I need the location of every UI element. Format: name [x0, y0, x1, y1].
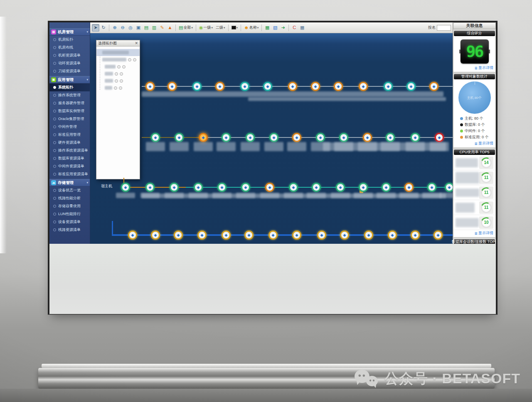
- sidebar-item[interactable]: 操作系统资源清单: [49, 147, 90, 154]
- topology-node[interactable]: [289, 183, 298, 192]
- sidebar-item[interactable]: 线路性能分析: [49, 194, 90, 202]
- sidebar-item[interactable]: 数据库实例管理: [49, 107, 90, 115]
- tree-item[interactable]: [96, 63, 140, 70]
- line-style-button[interactable]: [230, 24, 239, 32]
- fit-view-button[interactable]: ▣: [135, 24, 142, 32]
- topology-node[interactable]: [340, 230, 349, 240]
- topology-node[interactable]: [311, 82, 320, 91]
- topology-node[interactable]: [433, 230, 443, 240]
- topology-node[interactable]: [292, 133, 301, 142]
- refresh-button[interactable]: ↻: [100, 24, 107, 32]
- topology-node[interactable]: [128, 230, 137, 240]
- grid-view-button[interactable]: ▦: [298, 24, 306, 32]
- topology-node[interactable]: [269, 133, 278, 142]
- topology-node[interactable]: [174, 230, 183, 240]
- topology-node[interactable]: [316, 133, 325, 142]
- topology-node[interactable]: [167, 82, 177, 91]
- topology-node[interactable]: [240, 82, 249, 91]
- show-details-link[interactable]: 显示详情: [453, 65, 495, 72]
- sidebar-item[interactable]: 刀箱资源清单: [49, 67, 90, 75]
- zoom-actual-button[interactable]: ◎: [127, 24, 134, 32]
- topology-node[interactable]: [192, 82, 202, 91]
- sidebar-item[interactable]: 标准应用管理: [49, 131, 90, 139]
- topology-node[interactable]: [145, 82, 155, 91]
- topology-node[interactable]: [151, 133, 160, 142]
- topology-node[interactable]: [246, 133, 255, 142]
- topology-node[interactable]: [427, 183, 436, 192]
- sidebar-item[interactable]: 机房拓扑: [49, 36, 90, 44]
- scope-filter-button[interactable]: ▤全部: [177, 24, 194, 32]
- topology-node[interactable]: [151, 230, 160, 240]
- topology-node[interactable]: [217, 183, 227, 192]
- topology-node[interactable]: [170, 183, 179, 192]
- topology-node[interactable]: [359, 183, 368, 192]
- zoom-in-button[interactable]: ⊕: [111, 24, 118, 32]
- topology-node[interactable]: [288, 82, 297, 91]
- legend-toggle-button[interactable]: C: [291, 24, 298, 32]
- topology-node[interactable]: [382, 183, 391, 192]
- topology-node[interactable]: [384, 82, 393, 91]
- sidebar-group-header[interactable]: ▣应用管理: [49, 76, 90, 83]
- zoom-out-button[interactable]: ⊖: [119, 24, 126, 32]
- topology-node[interactable]: [336, 183, 345, 192]
- topology-node[interactable]: [244, 230, 254, 240]
- layers-button[interactable]: ▥: [150, 24, 158, 32]
- topology-node[interactable]: [194, 183, 203, 192]
- topology-node[interactable]: [429, 82, 438, 91]
- sidebar-item[interactable]: 存储容量使用: [49, 202, 90, 210]
- sidebar-group-header[interactable]: ☁存储管理: [49, 179, 90, 186]
- tree-item[interactable]: [96, 56, 140, 63]
- sidebar-item[interactable]: 硬件资源清单: [49, 139, 90, 147]
- sidebar-item[interactable]: 机房布线: [49, 44, 90, 51]
- sidebar-item[interactable]: 中间件管理: [49, 123, 90, 131]
- sidebar-group-header[interactable]: ▦机房管理: [49, 28, 90, 36]
- topology-node[interactable]: [339, 133, 348, 142]
- topology-canvas[interactable]: 宿主机 选择拓扑图: [90, 33, 453, 244]
- save-image-button[interactable]: ▦: [264, 24, 271, 32]
- sort-by-name-button[interactable]: ☻名称: [243, 24, 260, 32]
- sidebar-item[interactable]: LUN性能排行: [49, 210, 90, 218]
- topology-node[interactable]: [268, 230, 278, 240]
- sidebar-item[interactable]: 操作系统管理: [49, 91, 90, 99]
- topology-node[interactable]: [411, 133, 420, 142]
- topology-node[interactable]: [435, 133, 444, 142]
- alarm-button[interactable]: ▲: [166, 24, 174, 32]
- level-one-button[interactable]: ◉一级: [198, 24, 214, 32]
- show-details-link[interactable]: 显示详情: [453, 230, 495, 237]
- sidebar-item[interactable]: 标准应用资源清单: [49, 170, 90, 178]
- tree-item[interactable]: [96, 77, 140, 84]
- overview-button[interactable]: ▤: [143, 24, 150, 32]
- level-two-button[interactable]: 二级: [214, 24, 227, 32]
- sidebar-item[interactable]: 数据库资源清单: [49, 154, 90, 162]
- topology-node[interactable]: [363, 133, 372, 142]
- topology-node[interactable]: [222, 133, 231, 142]
- toolbar-search-input[interactable]: [437, 25, 451, 31]
- sidebar-item[interactable]: Oracle集群管理: [49, 115, 90, 123]
- sidebar-item-selected[interactable]: 系统拓扑: [49, 83, 90, 91]
- sidebar-item[interactable]: 中间件资源清单: [49, 162, 90, 170]
- sidebar-item[interactable]: 设备状态一览: [49, 186, 90, 194]
- topology-node[interactable]: [265, 183, 274, 192]
- sidebar-item[interactable]: 动环资源清单: [49, 59, 90, 67]
- topology-node[interactable]: [404, 183, 414, 192]
- topology-node[interactable]: [175, 133, 184, 142]
- topology-node[interactable]: [388, 230, 397, 240]
- topology-node[interactable]: [145, 183, 155, 192]
- sidebar-item[interactable]: 服务器硬件管理: [49, 99, 90, 107]
- topology-node[interactable]: [121, 183, 130, 192]
- share-button[interactable]: ➜: [279, 24, 287, 32]
- topology-node[interactable]: [317, 230, 326, 240]
- topology-node[interactable]: [359, 82, 368, 91]
- topology-node[interactable]: [263, 82, 272, 91]
- topology-node[interactable]: [411, 230, 420, 240]
- topology-node[interactable]: [215, 82, 224, 91]
- topology-node[interactable]: [241, 183, 250, 192]
- tree-item-selected[interactable]: [96, 49, 140, 56]
- topology-node[interactable]: [406, 82, 416, 91]
- sidebar-item[interactable]: 线路资源清单: [49, 226, 90, 234]
- show-details-link[interactable]: 显示详情: [453, 140, 495, 147]
- topology-node[interactable]: [292, 230, 301, 240]
- topology-node[interactable]: [312, 183, 321, 192]
- sidebar-item[interactable]: 设备资源清单: [49, 218, 90, 226]
- tree-item[interactable]: [96, 70, 140, 77]
